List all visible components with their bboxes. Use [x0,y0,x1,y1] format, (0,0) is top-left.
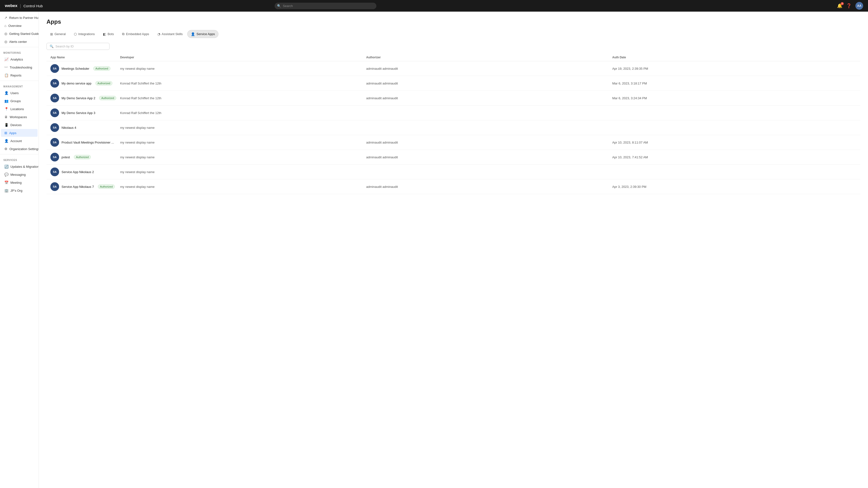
sidebar-item-meeting[interactable]: 📅 Meeting [1,178,37,186]
table-row[interactable]: SAMy demo service appAuthorizedKonrad Ra… [46,76,860,91]
sidebar-item-reports[interactable]: 📋 Reports [1,71,37,79]
app-name-cell: SAProduct Vault Meetings Provisioner ... [51,138,118,147]
sidebar-divider-1 [0,47,38,47]
app-avatar: SA [51,153,59,161]
users-icon: 👤 [4,91,8,95]
authorizer-cell: adminaudit adminaudit [366,82,610,85]
col-header-auth-date: Auth Date [612,56,857,59]
sidebar-item-analytics[interactable]: 📈 Analytics [1,56,37,63]
sidebar: ↗ Return to Partner Hub ⌂ Overview ◎ Get… [0,11,39,488]
developer-cell: my newest display name [120,170,364,174]
authorized-badge: Authorized [93,66,111,71]
sidebar-item-return-partner-hub[interactable]: ↗ Return to Partner Hub [1,14,37,22]
search-bar-container: 🔍 [46,43,860,50]
sidebar-item-messaging[interactable]: 💬 Messaging [1,171,37,178]
sidebar-item-overview[interactable]: ⌂ Overview [1,22,37,30]
main-content: Apps ⊞ General ⬡ Integrations ◧ Bots ⧉ E… [39,11,868,488]
developer-cell: Konrad Ralf Schiffert the 12th [120,111,364,115]
messaging-icon: 💬 [4,172,8,176]
auth-date-cell: Mar 6, 2023, 3:24:34 PM [612,96,857,100]
sidebar-item-workspaces[interactable]: 🖥 Workspaces [1,113,37,121]
table-row[interactable]: SAService App Nikolaus 7Authorizedmy new… [46,180,860,194]
app-name-cell: SAMy demo service appAuthorized [51,79,118,88]
tab-bots[interactable]: ◧ Bots [99,30,118,38]
app-avatar: SA [51,123,59,132]
sidebar-item-org-settings[interactable]: ⚙ Organization Settings [1,145,37,153]
tab-service-apps[interactable]: 👤 Service Apps [187,30,218,38]
tab-integrations[interactable]: ⬡ Integrations [70,30,98,38]
org-settings-icon: ⚙ [4,147,7,151]
authorizer-cell: adminaudit adminaudit [366,96,610,100]
app-name-text: My Demo Service App 2 [62,96,95,100]
authorizer-cell: adminaudit adminaudit [366,155,610,159]
sidebar-item-updates-migrations[interactable]: 🔄 Updates & Migrations [1,163,37,170]
sidebar-item-troubleshooting[interactable]: 〰 Troubleshooting [1,63,37,71]
authorized-badge: Authorized [95,81,113,86]
brand-webex: webex [5,3,18,8]
table-row[interactable]: SAMy Demo Service App 3Konrad Ralf Schif… [46,105,860,120]
tab-assistant-skills[interactable]: ◔ Assistant Skills [154,30,186,38]
topbar: webex | Control Hub 🔍 🔔 7 ❓ AA [0,0,868,11]
table-row[interactable]: SAService App Nikolaus 2my newest displa… [46,165,860,180]
brand-name: Control Hub [24,4,43,8]
notifications-button[interactable]: 🔔 7 [837,3,842,8]
developer-cell: Konrad Ralf Schiffert the 12th [120,82,364,85]
help-button[interactable]: ❓ [846,3,851,8]
sidebar-item-account[interactable]: 👤 Account [1,137,37,145]
workspaces-icon: 🖥 [4,115,8,119]
account-icon: 👤 [4,139,8,143]
app-avatar: SA [51,182,59,191]
app-name-text: Service App Nikolaus 2 [62,170,94,174]
app-name-cell: SAMy Demo Service App 3 [51,108,118,117]
table-row[interactable]: SAMy Demo Service App 2AuthorizedKonrad … [46,91,860,105]
locations-icon: 📍 [4,107,8,111]
tabs-container: ⊞ General ⬡ Integrations ◧ Bots ⧉ Embedd… [46,30,860,38]
global-search: 🔍 [275,3,376,9]
global-search-input[interactable] [275,3,376,9]
sidebar-item-locations[interactable]: 📍 Locations [1,105,37,113]
monitoring-section-label: MONITORING [0,48,38,55]
app-name-cell: SAService App Nikolaus 2 [51,167,118,176]
search-bar-icon: 🔍 [50,44,54,48]
sidebar-item-devices[interactable]: 📱 Devices [1,121,37,129]
layout: ↗ Return to Partner Hub ⌂ Overview ◎ Get… [0,11,868,488]
authorizer-cell: adminaudit adminaudit [366,141,610,144]
app-name-cell: SANikolaus 4 [51,123,118,132]
table-header: App Name Developer Authorizer Auth Date [46,54,860,61]
sidebar-item-getting-started[interactable]: ◎ Getting Started Guide [1,30,37,37]
sidebar-divider-3 [0,154,38,155]
sidebar-item-groups[interactable]: 👥 Groups [1,97,37,105]
table-row[interactable]: SAProduct Vault Meetings Provisioner ...… [46,135,860,150]
table-row[interactable]: SANikolaus 4my newest display name [46,120,860,135]
app-name-cell: SAMy Demo Service App 2Authorized [51,94,118,102]
alerts-icon: ◎ [4,40,7,43]
table-row[interactable]: SAMeetings SchedulerAuthorizedmy newest … [46,61,860,76]
sidebar-item-alerts-center[interactable]: ◎ Alerts center [1,38,37,45]
notifications-badge: 7 [841,2,844,5]
sidebar-item-apps[interactable]: ⊞ Apps [1,129,37,137]
col-header-authorizer: Authorizer [366,56,610,59]
global-search-icon: 🔍 [277,4,281,8]
search-input[interactable] [56,44,106,48]
guide-icon: ◎ [4,32,7,36]
assistant-skills-tab-icon: ◔ [157,32,160,36]
app-name-cell: SApvtestAuthorized [51,153,118,161]
auth-date-cell: Apr 19, 2023, 2:39:35 PM [612,67,857,70]
sidebar-item-users[interactable]: 👤 Users [1,89,37,97]
app-name-text: My Demo Service App 3 [62,111,95,115]
authorized-badge: Authorized [98,185,115,189]
sidebar-item-jps-org[interactable]: 🏢 JP's Org [1,187,37,194]
app-avatar: SA [51,167,59,176]
services-section-label: SERVICES [0,156,38,162]
user-avatar[interactable]: AA [856,2,863,10]
integrations-tab-icon: ⬡ [74,32,77,36]
developer-cell: Konrad Ralf Schiffert the 12th [120,96,364,100]
tab-general[interactable]: ⊞ General [46,30,69,38]
management-section-label: MANAGEMENT [0,82,38,89]
tab-embedded-apps[interactable]: ⧉ Embedded Apps [118,30,153,38]
apps-table: App Name Developer Authorizer Auth Date … [46,54,860,194]
home-icon: ⌂ [4,24,6,28]
table-row[interactable]: SApvtestAuthorizedmy newest display name… [46,150,860,165]
table-body: SAMeetings SchedulerAuthorizedmy newest … [46,61,860,194]
col-header-app-name: App Name [51,56,118,59]
